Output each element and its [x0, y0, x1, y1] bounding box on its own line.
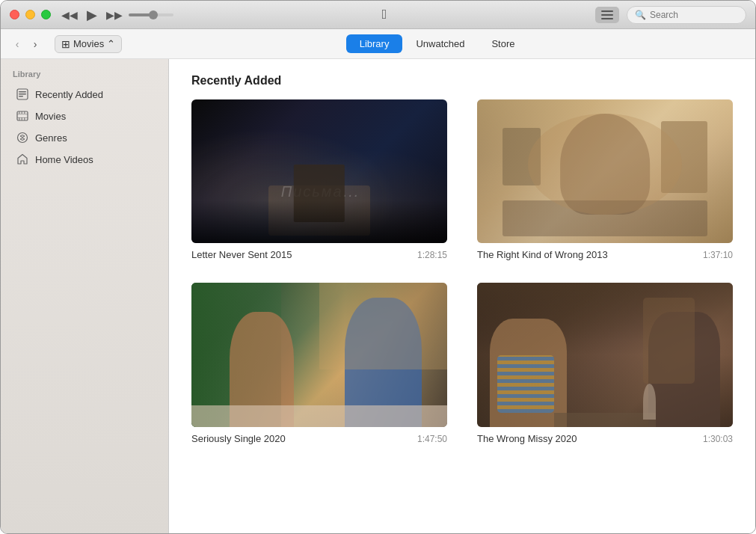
- rewind-button[interactable]: ◀◀: [63, 8, 76, 22]
- sidebar-item-movies[interactable]: Movies: [4, 105, 165, 126]
- svg-rect-5: [19, 93, 26, 95]
- nav-arrows: ‹ ›: [10, 37, 43, 52]
- navbar: ‹ › ⊞ Movies ⌃ Library Unwatched Store: [1, 29, 755, 59]
- sidebar-item-movies-label: Movies: [35, 111, 66, 122]
- tab-library[interactable]: Library: [346, 34, 403, 53]
- sidebar-item-genres-label: Genres: [35, 132, 67, 144]
- svg-rect-0: [601, 10, 613, 12]
- movie-thumbnail-4: [477, 283, 733, 426]
- content-area: Recently Added Письма... Letter Never Se…: [169, 59, 755, 534]
- picker-chevron-icon: ⌃: [107, 38, 115, 49]
- library-picker-label: Movies: [73, 38, 104, 49]
- movie-duration-1: 1:28:15: [417, 250, 447, 260]
- search-input[interactable]: [650, 10, 738, 20]
- svg-rect-14: [22, 117, 23, 120]
- svg-rect-8: [17, 114, 28, 114]
- sidebar-section-label: Library: [1, 67, 168, 83]
- home-videos-icon: [16, 153, 29, 166]
- movie-item-letter-never-sent[interactable]: Письма... Letter Never Sent 2015 1:28:15: [191, 99, 447, 260]
- movie-title-3: Seriously Single 2020: [191, 433, 286, 444]
- movie-item-wrong-missy[interactable]: The Wrong Missy 2020 1:30:03: [477, 283, 733, 444]
- movie-item-seriously-single[interactable]: Seriously Single 2020 1:47:50: [191, 283, 447, 444]
- titlebar: ◀◀ ▶ ▶▶  🔍: [1, 1, 755, 29]
- movie-thumbnail-1: Письма...: [191, 99, 447, 243]
- main-layout: Library Recently Added Movies Genres Hom…: [1, 59, 755, 534]
- play-button[interactable]: ▶: [84, 7, 100, 23]
- section-title: Recently Added: [191, 74, 733, 88]
- movies-grid: Письма... Letter Never Sent 2015 1:28:15: [191, 99, 733, 444]
- movie-thumbnail-3: [191, 283, 447, 426]
- movie-duration-2: 1:37:10: [703, 250, 733, 260]
- svg-rect-2: [601, 18, 613, 19]
- movie-title-1: Letter Never Sent 2015: [191, 249, 292, 260]
- back-button[interactable]: ‹: [10, 37, 25, 52]
- movie-meta-1: Letter Never Sent 2015 1:28:15: [191, 249, 447, 260]
- movie-thumbnail-2: [477, 99, 733, 243]
- movie-meta-2: The Right Kind of Wrong 2013 1:37:10: [477, 249, 733, 260]
- genres-icon: [16, 131, 29, 144]
- svg-rect-15: [24, 117, 25, 120]
- svg-rect-6: [19, 96, 23, 97]
- playback-controls: ◀◀ ▶ ▶▶: [63, 7, 173, 23]
- svg-rect-13: [19, 117, 20, 120]
- movie-duration-4: 1:30:03: [703, 434, 733, 444]
- list-icon: [601, 10, 613, 19]
- fast-forward-button[interactable]: ▶▶: [108, 8, 121, 22]
- svg-rect-12: [24, 111, 25, 114]
- tab-unwatched[interactable]: Unwatched: [402, 34, 478, 53]
- volume-slider[interactable]: [129, 13, 173, 16]
- movie-duration-3: 1:47:50: [417, 434, 447, 444]
- close-button[interactable]: [10, 10, 19, 19]
- titlebar-center: : [173, 7, 595, 22]
- svg-rect-4: [19, 91, 26, 93]
- sidebar: Library Recently Added Movies Genres Hom…: [1, 59, 169, 534]
- movie-item-right-kind-of-wrong[interactable]: The Right Kind of Wrong 2013 1:37:10: [477, 99, 733, 260]
- apple-logo-icon: : [382, 7, 387, 22]
- recently-added-icon: [16, 88, 29, 101]
- movie-meta-4: The Wrong Missy 2020 1:30:03: [477, 433, 733, 444]
- movie-meta-3: Seriously Single 2020 1:47:50: [191, 433, 447, 444]
- sidebar-item-home-videos[interactable]: Home Videos: [4, 149, 165, 170]
- search-icon: 🔍: [635, 10, 646, 20]
- movies-icon: [16, 109, 29, 123]
- titlebar-right: 🔍: [595, 6, 746, 24]
- list-view-button[interactable]: [595, 7, 619, 23]
- sidebar-item-recently-added-label: Recently Added: [35, 89, 103, 100]
- sidebar-item-home-videos-label: Home Videos: [35, 154, 93, 165]
- sidebar-item-recently-added[interactable]: Recently Added: [4, 84, 165, 105]
- search-box[interactable]: 🔍: [627, 6, 746, 24]
- sidebar-item-genres[interactable]: Genres: [4, 127, 165, 148]
- tab-bar: Library Unwatched Store: [128, 34, 746, 53]
- movie-title-2: The Right Kind of Wrong 2013: [477, 249, 608, 260]
- maximize-button[interactable]: [41, 10, 51, 19]
- svg-rect-10: [19, 111, 20, 114]
- tab-store[interactable]: Store: [478, 34, 528, 53]
- minimize-button[interactable]: [25, 10, 35, 19]
- movie-title-4: The Wrong Missy 2020: [477, 433, 577, 444]
- svg-rect-11: [22, 111, 23, 114]
- svg-rect-1: [601, 14, 613, 16]
- forward-button[interactable]: ›: [28, 37, 43, 52]
- library-picker[interactable]: ⊞ Movies ⌃: [55, 35, 122, 53]
- movies-picker-icon: ⊞: [61, 38, 70, 50]
- traffic-lights: [10, 10, 51, 19]
